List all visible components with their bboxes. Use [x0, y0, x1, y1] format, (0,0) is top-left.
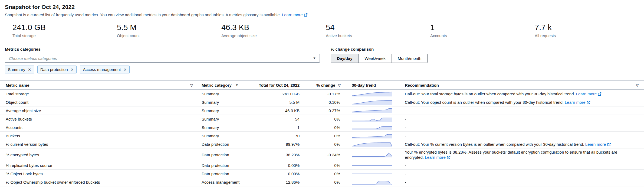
- change-cell: 0%: [306, 124, 347, 131]
- total-cell: 38.23%: [253, 151, 306, 158]
- sort-icon[interactable]: ▽: [338, 83, 341, 87]
- kpi-label: All requests: [535, 33, 639, 38]
- metric-category-cell: Summary: [197, 90, 253, 97]
- learn-more-label: Learn more: [585, 142, 606, 147]
- metric-name-cell: Accounts: [0, 124, 197, 131]
- trend-sparkline: [352, 133, 392, 139]
- filter-caret-icon[interactable]: ▼: [235, 83, 238, 87]
- comparison-segment-button[interactable]: Month/month: [392, 54, 428, 63]
- page-header: Snapshot for Oct 24, 2022 Snapshot is a …: [0, 0, 644, 17]
- metrics-categories-select[interactable]: Choose metrics categories ▼: [5, 54, 320, 63]
- filter-controls: Metrics categories Choose metrics catego…: [0, 43, 644, 73]
- change-cell: 0%: [306, 170, 347, 177]
- metric-category-cell: Data protection: [197, 141, 253, 148]
- token-list: Summary ✕ Data protection ✕ Access manag…: [5, 66, 320, 73]
- metric-category-cell: Summary: [197, 116, 253, 122]
- snapshot-page: Snapshot for Oct 24, 2022 Snapshot is a …: [0, 0, 644, 186]
- total-cell: 241.0 GB: [253, 90, 306, 97]
- learn-more-link[interactable]: Learn more: [425, 155, 451, 160]
- total-cell: 0.00%: [253, 162, 306, 169]
- column-header-recommendation[interactable]: Recommendation ▽: [400, 83, 644, 88]
- metric-name-cell: Object count: [0, 99, 197, 106]
- learn-more-link[interactable]: Learn more: [565, 100, 590, 105]
- table-row: Buckets Summary 70 0% -: [0, 132, 644, 140]
- table-header: Metric name ▽ Metric category ▼ Total fo…: [0, 80, 644, 90]
- metric-category-cell: Summary: [197, 132, 253, 139]
- recommendation-cell: -: [400, 179, 644, 186]
- metrics-categories-label: Metrics categories: [5, 47, 320, 51]
- total-cell: 99.97%: [253, 141, 306, 148]
- metric-name-cell: % encrypted bytes: [0, 151, 197, 158]
- learn-more-link[interactable]: Learn more: [585, 142, 611, 147]
- trend-cell: [347, 123, 400, 131]
- token-dismiss-icon[interactable]: ✕: [71, 68, 74, 72]
- recommendation-text: -: [405, 163, 406, 168]
- trend-sparkline: [352, 99, 392, 105]
- trend-cell: [347, 90, 400, 98]
- change-cell: 0.10%: [306, 99, 347, 106]
- table-row: Average object size Summary 46.3 KB -0.2…: [0, 106, 644, 115]
- metric-category-cell: Data protection: [197, 170, 253, 177]
- recommendation-cell: -: [400, 107, 644, 114]
- subtitle-learn-more-link[interactable]: Learn more: [282, 12, 308, 17]
- learn-more-link[interactable]: Learn more: [576, 92, 602, 96]
- kpi-value: 241.0 GB: [12, 23, 117, 32]
- total-cell: 54: [253, 116, 306, 122]
- page-title: Snapshot for Oct 24, 2022: [5, 4, 639, 10]
- trend-cell: [347, 115, 400, 123]
- column-header-trend: 30-day trend: [347, 83, 400, 88]
- external-link-icon: [587, 101, 590, 104]
- kpi-label: Object count: [117, 33, 221, 38]
- metric-name-cell: % replicated bytes source: [0, 162, 197, 169]
- token-dismiss-icon[interactable]: ✕: [28, 68, 31, 72]
- column-label: Metric name: [6, 83, 29, 88]
- token-dismiss-icon[interactable]: ✕: [123, 68, 127, 72]
- recommendation-text: -: [405, 108, 406, 113]
- trend-sparkline: [352, 179, 392, 185]
- kpi-value: 5.5 M: [117, 23, 221, 32]
- column-label: Recommendation: [405, 83, 439, 88]
- kpi-value: 46.3 KB: [221, 23, 326, 32]
- metric-category-cell: Summary: [197, 107, 253, 114]
- table-body: Total storage Summary 241.0 GB -0.17% Ca…: [0, 90, 644, 186]
- column-header-metric-category[interactable]: Metric category ▼: [197, 83, 253, 88]
- change-comparison-label: % change comparison: [331, 47, 428, 51]
- recommendation-cell: -: [400, 132, 644, 140]
- recommendation-cell: -: [400, 170, 644, 177]
- trend-sparkline: [352, 171, 392, 177]
- recommendation-text: -: [405, 180, 406, 184]
- recommendation-cell: -: [400, 124, 644, 131]
- recommendation-cell: -: [400, 115, 644, 123]
- learn-more-label: Learn more: [576, 92, 597, 96]
- token-label: Access management: [83, 67, 121, 72]
- table-row: % Object Lock bytes Data protection 0.00…: [0, 170, 644, 178]
- trend-sparkline: [352, 91, 392, 97]
- table-row: % replicated bytes source Data protectio…: [0, 161, 644, 170]
- kpi-value: 54: [326, 23, 430, 32]
- comparison-segment-button[interactable]: Day/day: [331, 54, 359, 63]
- caret-down-icon: ▼: [313, 56, 316, 60]
- column-label: 30-day trend: [352, 83, 376, 88]
- column-header-change[interactable]: % change ▽: [306, 83, 347, 88]
- page-subtitle: Snapshot is a curated list of frequently…: [5, 12, 639, 17]
- change-comparison-group: % change comparison Day/dayWeek/weekMont…: [331, 47, 428, 73]
- sort-icon[interactable]: ▽: [636, 83, 639, 87]
- metric-name-cell: % Object Ownership bucket owner enforced…: [0, 179, 197, 186]
- recommendation-text: -: [405, 134, 406, 138]
- total-cell: 12.86%: [253, 179, 306, 186]
- metric-category-cell: Summary: [197, 99, 253, 106]
- table-row: Active buckets Summary 54 0% -: [0, 115, 644, 123]
- kpi-item: 1 Accounts: [430, 23, 535, 38]
- external-link-icon: [598, 92, 602, 96]
- kpi-label: Accounts: [430, 33, 535, 38]
- column-header-metric-name[interactable]: Metric name ▽: [0, 83, 197, 88]
- metric-category-cell: Access management: [197, 179, 253, 186]
- metric-category-cell: Data protection: [197, 151, 253, 158]
- total-cell: 5.5 M: [253, 99, 306, 106]
- token-label: Data protection: [40, 67, 68, 72]
- sort-icon[interactable]: ▽: [190, 83, 193, 87]
- total-cell: 1: [253, 124, 306, 131]
- trend-cell: [347, 161, 400, 169]
- comparison-segment-button[interactable]: Week/week: [359, 54, 392, 63]
- trend-sparkline: [352, 116, 392, 122]
